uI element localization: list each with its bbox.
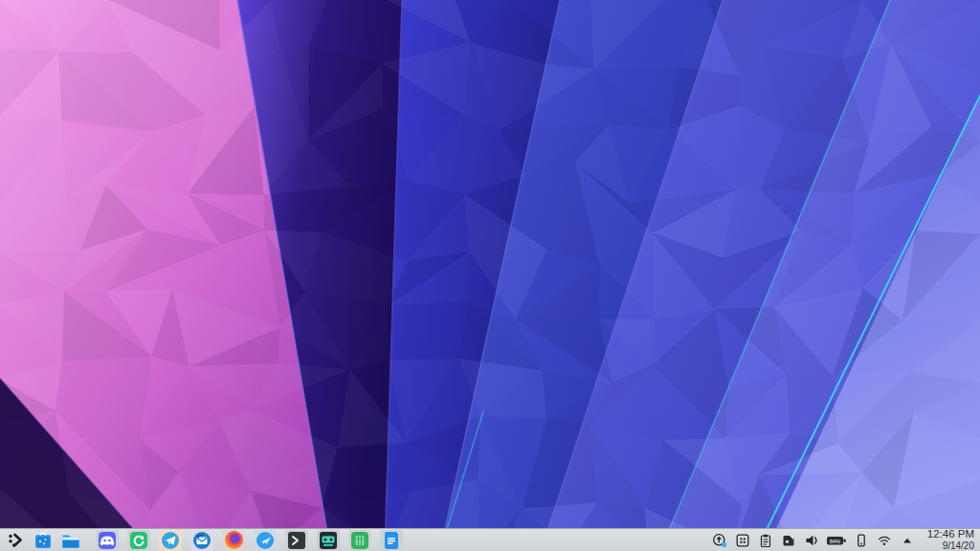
spreadsheet-icon [350,531,369,550]
battery-percent-label: 84% [830,538,840,543]
clipboard-icon [758,533,773,548]
network-tray-button[interactable] [876,531,893,550]
battery-tray-button[interactable]: 84% [826,531,847,550]
cassette-icon [319,531,338,550]
clock-time: 12:46 PM [927,529,974,540]
task-konsole-terminal[interactable] [285,530,308,551]
digital-clock[interactable]: 12:46 PM 9/14/20 [927,529,976,551]
discover-icon [33,531,53,550]
application-launcher-button[interactable] [4,530,27,551]
wallpaper-facet-mesh [0,0,980,551]
task-thunderbird[interactable] [190,530,213,551]
taskbar-panel: 84% 12:46 PM 9/14/20 [0,528,980,551]
sync-icon [129,531,148,550]
task-document-app[interactable] [380,530,403,551]
task-discord[interactable] [96,530,119,551]
task-spreadsheet-app[interactable] [348,530,371,551]
clipboard-tray-button[interactable] [757,531,774,550]
document-icon [382,531,401,550]
firefox-icon [225,531,243,549]
telegram-icon [161,531,180,550]
thunderbird-icon [192,531,212,550]
terminal-icon [287,531,306,550]
pinned-file-manager[interactable] [59,530,82,551]
task-blue-plane-app[interactable] [254,530,277,551]
wifi-icon [877,533,892,548]
desktop-wallpaper [0,0,980,551]
folder-icon [61,531,80,550]
pinned-discover[interactable] [32,530,55,551]
task-cassette-media-player[interactable] [317,530,340,551]
task-telegram[interactable] [159,530,182,551]
app-grid-icon [735,533,750,548]
launcher-group [4,530,82,551]
task-firefox[interactable] [222,530,245,551]
task-manager [96,530,403,551]
clock-date: 9/14/20 [927,541,974,551]
vault-tray-button[interactable] [780,531,797,550]
battery-icon: 84% [826,533,847,548]
app-grid-tray-button[interactable] [734,531,751,550]
vault-icon [781,533,796,548]
phone-icon [854,533,869,548]
plane-icon [256,531,275,550]
discord-icon [98,531,117,550]
app-launcher-icon [7,532,24,549]
expand-tray-button[interactable] [899,531,916,550]
volume-icon [804,533,819,548]
software-updates-icon [712,533,727,548]
phone-tray-button[interactable] [853,531,870,550]
system-tray: 84% 12:46 PM 9/14/20 [711,529,976,551]
updates-tray-button[interactable] [711,531,728,550]
task-green-sync-app[interactable] [127,530,150,551]
caret-up-icon [901,534,914,547]
volume-tray-button[interactable] [803,531,820,550]
